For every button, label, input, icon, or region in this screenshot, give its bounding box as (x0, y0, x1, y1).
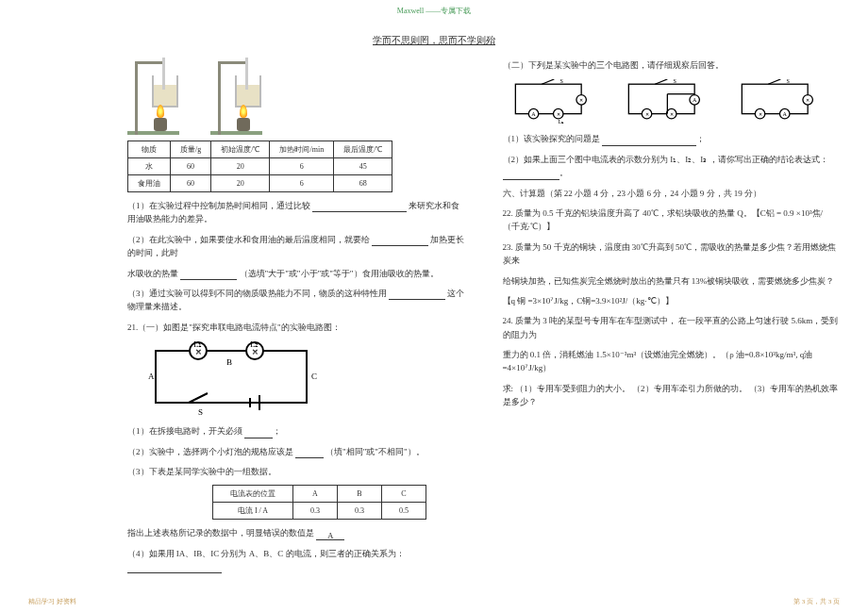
th: 质量/g (171, 141, 211, 158)
blank (389, 289, 445, 300)
r-q2: （2）如果上面三个图中电流表的示数分别为 I₁、I₂、I₃ ，请你写出正确的结论… (503, 153, 841, 180)
svg-line-5 (189, 393, 208, 403)
left-column: 物质 质量/g 初始温度/℃ 加热时间/min 最后温度/℃ 水 60 20 6… (0, 52, 482, 612)
blank (244, 427, 273, 438)
th: 加热时间/min (270, 141, 334, 158)
th: 初始温度/℃ (211, 141, 270, 158)
text: （1）该实验探究的问题是 (503, 134, 601, 143)
question-2b: 水吸收的热量 （选填"大于"或"小于"或"等于"）食用油吸收的热量。 (127, 267, 465, 280)
svg-text:A: A (148, 372, 155, 381)
td: 水 (128, 158, 171, 175)
svg-text:✕: ✕ (669, 112, 673, 118)
footer-left: 精品学习 好资料 (28, 597, 76, 606)
circuit-row: A ✕ L₁ S ✕ ✕ ✕ S A (503, 78, 841, 125)
text: 指出上述表格所记录的数据中，明显错误的数值是 (127, 528, 314, 538)
td: 68 (334, 175, 392, 192)
text: （填"相同"或"不相同"）。 (326, 447, 425, 456)
text: （4）如果用 IA、IB、IC 分别为 A、B、C 的电流，则三者的正确关系为： (127, 549, 405, 558)
q24b: 重力的 0.1 倍，消耗燃油 1.5×10⁻³m³（设燃油完全燃烧）。（ρ 油=… (503, 348, 841, 375)
td: B (338, 486, 382, 503)
svg-rect-35 (742, 85, 808, 114)
question-21-3b: 指出上述表格所记录的数据中，明显错误的数值是 A (127, 526, 465, 539)
svg-rect-24 (628, 85, 694, 114)
q23c: 【q 铜 =3×10⁷J/kg，C铜=3.9×10²J/（kg·℃）】 (503, 294, 841, 307)
text: ，请你写出正确的结论表达式： (709, 155, 828, 164)
svg-text:S: S (198, 407, 203, 417)
part2-title: （二）下列是某实验中的三个电路图，请仔细观察后回答。 (503, 58, 841, 72)
svg-line-20 (542, 79, 554, 84)
blank (372, 235, 428, 246)
blank (602, 135, 696, 146)
svg-text:S: S (786, 79, 790, 85)
question-21-3: （3）下表是某同学实验中的一组数据。 (127, 465, 465, 478)
svg-text:C: C (311, 372, 317, 381)
watermark: Maxwell ——专属下载 (397, 6, 471, 16)
circuit-3: ✕ A S ✕ (729, 78, 824, 125)
section-6-title: 六、计算题（第 22 小题 4 分，23 小题 6 分，24 小题 9 分，共 … (503, 187, 841, 200)
q23a: 23. 质量为 50 千克的铜块，温度由 30℃升高到 50℃，需吸收的热量是多… (503, 240, 841, 268)
td: 电流表的位置 (213, 486, 293, 503)
svg-text:L₂: L₂ (250, 341, 259, 349)
td: 6 (270, 175, 334, 192)
td: C (382, 486, 426, 503)
svg-text:A: A (531, 112, 536, 118)
apparatus-figure (127, 52, 465, 135)
svg-rect-14 (515, 85, 581, 114)
svg-text:A: A (692, 98, 696, 104)
svg-text:S: S (673, 79, 676, 85)
text: （1）在实验过程中控制加热时间相同，通过比较 (127, 201, 310, 210)
svg-text:A: A (782, 112, 787, 118)
q23b: 给铜块加热，已知焦炭完全燃烧时放出的热量只有 13%被铜块吸收，需要燃烧多少焦炭… (503, 274, 841, 288)
td: 20 (211, 175, 270, 192)
td: 6 (270, 158, 334, 175)
td: 0.3 (338, 503, 382, 520)
svg-text:B: B (226, 357, 232, 367)
apparatus-water (127, 52, 193, 135)
svg-text:L₁: L₁ (193, 341, 203, 349)
td: 0.3 (293, 503, 338, 520)
blank (312, 201, 407, 212)
question-21: 21.（一）如图是"探究串联电路电流特点"的实验电路图： (127, 321, 465, 334)
td: 60 (171, 175, 211, 192)
td: 电流 I / A (213, 503, 293, 520)
td: 60 (171, 158, 211, 175)
table-row: 物质 质量/g 初始温度/℃ 加热时间/min 最后温度/℃ (128, 141, 392, 158)
svg-text:✕: ✕ (806, 98, 810, 104)
table-row: 水 60 20 6 45 (128, 158, 392, 175)
blank (180, 269, 237, 280)
blank: A (316, 529, 344, 540)
q24a: 24. 质量为 3 吨的某型号专用车在车型测试中， 在一段平直的公路上匀速行驶 … (503, 314, 841, 341)
r-q1: （1）该实验探究的问题是 ； (503, 132, 841, 145)
circuit-2: ✕ ✕ S A (616, 78, 710, 125)
apparatus-oil (210, 52, 276, 135)
question-21-4: （4）如果用 IA、IB、IC 分别为 A、B、C 的电流，则三者的正确关系为： (127, 547, 465, 574)
q22: 22. 质量为 0.5 千克的铝块温度升高了 40℃，求铝块吸收的热量 Q。【C… (503, 207, 841, 234)
svg-text:✕: ✕ (195, 348, 202, 356)
text: （选填"大于"或"小于"或"等于"）食用油吸收的热量。 (240, 269, 439, 278)
q24c: 求: （1）专用车受到阻力的大小。 （2）专用车牵引力所做的功。 （3）专用车的… (503, 382, 841, 409)
th: 物质 (128, 141, 171, 158)
svg-line-40 (768, 79, 780, 84)
svg-text:L₁: L₁ (558, 120, 564, 125)
td: 食用油 (128, 175, 171, 192)
text: （2）在此实验中，如果要使水和食用油的最后温度相同，就要给 (127, 235, 370, 244)
td: 45 (334, 158, 392, 175)
svg-line-29 (655, 79, 667, 84)
table-row: 电流表的位置 A B C (213, 486, 426, 503)
question-3: （3）通过实验可以得到不同的物质吸热能力不同，物质的这种特性用 这个物理量来描述… (127, 287, 465, 314)
page-title: 学而不思则罔，思而不学则殆 (373, 34, 495, 47)
data-table-1: 物质 质量/g 初始温度/℃ 加热时间/min 最后温度/℃ 水 60 20 6… (127, 141, 392, 192)
text: I₁、I₂、I₃ (670, 155, 707, 164)
circuit-1: A ✕ L₁ S ✕ (503, 78, 597, 125)
text: （2）实验中，选择两个小灯泡的规格应该是 (127, 447, 293, 456)
td: A (293, 486, 338, 503)
svg-text:✕: ✕ (556, 112, 559, 118)
question-21-1: （1）在拆接电路时，开关必须 ； (127, 424, 465, 438)
svg-text:✕: ✕ (644, 112, 648, 118)
svg-text:✕: ✕ (758, 112, 761, 118)
text: 水吸收的热量 (127, 269, 178, 278)
text: （3）通过实验可以得到不同的物质吸热能力不同，物质的这种特性用 (127, 289, 387, 298)
th: 最后温度/℃ (334, 141, 392, 158)
question-21-2: （2）实验中，选择两个小灯泡的规格应该是 （填"相同"或"不相同"）。 (127, 445, 465, 458)
svg-text:✕: ✕ (252, 348, 259, 356)
